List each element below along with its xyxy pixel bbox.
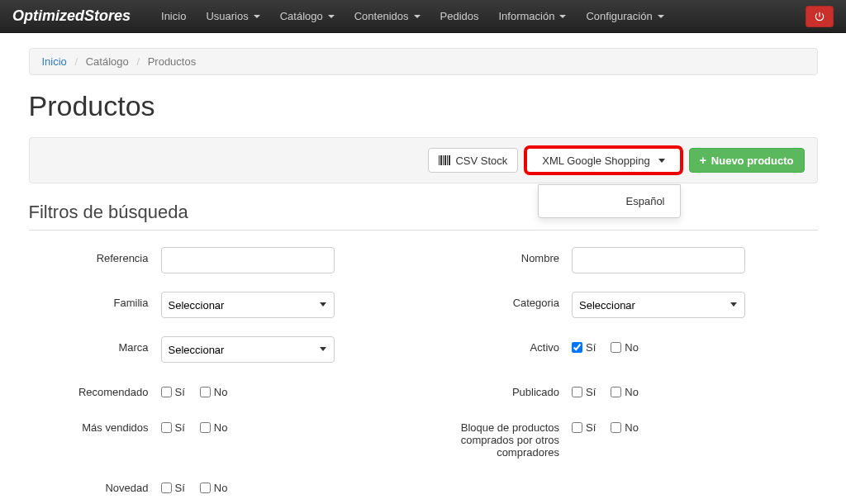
label-nombre: Nombre [440, 247, 572, 264]
check-masvendidos-si[interactable] [161, 422, 172, 433]
label-novedad: Novedad [29, 477, 161, 494]
nav-configuracion[interactable]: Configuración [586, 10, 663, 22]
plus-icon: + [700, 154, 706, 167]
action-toolbar: CSV Stock XML Google Shopping + Nuevo pr… [29, 137, 818, 183]
select-familia[interactable]: Seleccionar [161, 292, 335, 318]
main-nav: Inicio Usuarios Catálogo Contenidos Pedi… [151, 10, 806, 22]
check-novedad-no[interactable] [200, 483, 211, 493]
divider [29, 230, 818, 231]
logout-button[interactable] [806, 6, 834, 27]
check-recomendado-no[interactable] [200, 387, 211, 397]
input-referencia[interactable] [161, 247, 335, 273]
label-bloque: Bloque de productos comprados por otros … [440, 416, 572, 459]
check-bloque-si[interactable] [572, 422, 582, 433]
check-publicado-si[interactable] [572, 387, 582, 397]
label-familia: Familia [29, 292, 161, 309]
chevron-down-icon [658, 159, 665, 163]
nav-catalogo[interactable]: Catálogo [280, 10, 335, 22]
xml-google-shopping-button[interactable]: XML Google Shopping [526, 148, 680, 173]
nav-usuarios[interactable]: Usuarios [206, 10, 259, 22]
label-marca: Marca [29, 336, 161, 354]
select-marca[interactable]: Seleccionar [161, 336, 335, 363]
input-nombre[interactable] [572, 247, 745, 273]
check-masvendidos-no[interactable] [200, 422, 211, 433]
nav-contenidos[interactable]: Contenidos [354, 10, 421, 22]
new-product-button[interactable]: + Nuevo producto [689, 148, 805, 173]
check-novedad-si[interactable] [161, 483, 172, 493]
check-activo-no[interactable] [611, 342, 621, 353]
label-referencia: Referencia [29, 247, 161, 264]
breadcrumb-separator: / [136, 55, 140, 68]
xml-dropdown-menu: Español [538, 184, 681, 218]
select-categoria[interactable]: Seleccionar [572, 292, 745, 318]
breadcrumb-current: Productos [148, 55, 197, 68]
check-publicado-no[interactable] [611, 387, 621, 397]
top-navbar: OptimizedStores Inicio Usuarios Catálogo… [0, 0, 846, 33]
check-activo-si[interactable] [572, 342, 582, 353]
label-mas-vendidos: Más vendidos [29, 416, 161, 434]
power-icon [814, 11, 825, 22]
page-title: Productos [29, 90, 818, 122]
breadcrumb-catalog: Catálogo [86, 55, 129, 68]
label-categoria: Categoria [440, 292, 572, 309]
nav-informacion[interactable]: Información [499, 10, 567, 22]
brand-logo[interactable]: OptimizedStores [12, 7, 131, 25]
nav-pedidos[interactable]: Pedidos [440, 10, 479, 22]
breadcrumb: Inicio / Catálogo / Productos [29, 48, 818, 75]
check-bloque-no[interactable] [611, 422, 621, 433]
check-recomendado-si[interactable] [161, 387, 172, 397]
filters-form: Referencia Nombre Familia Seleccionar Ca… [29, 247, 818, 504]
csv-stock-button[interactable]: CSV Stock [428, 148, 518, 173]
label-recomendado: Recomendado [29, 381, 161, 398]
filters-heading: Filtros de búsqueda [29, 202, 818, 223]
breadcrumb-separator: / [74, 55, 78, 68]
breadcrumb-home[interactable]: Inicio [42, 55, 67, 68]
dropdown-item-spanish[interactable]: Español [539, 190, 680, 212]
label-publicado: Publicado [440, 381, 572, 398]
barcode-icon [439, 155, 450, 165]
label-activo: Activo [440, 336, 572, 354]
nav-inicio[interactable]: Inicio [161, 10, 186, 22]
